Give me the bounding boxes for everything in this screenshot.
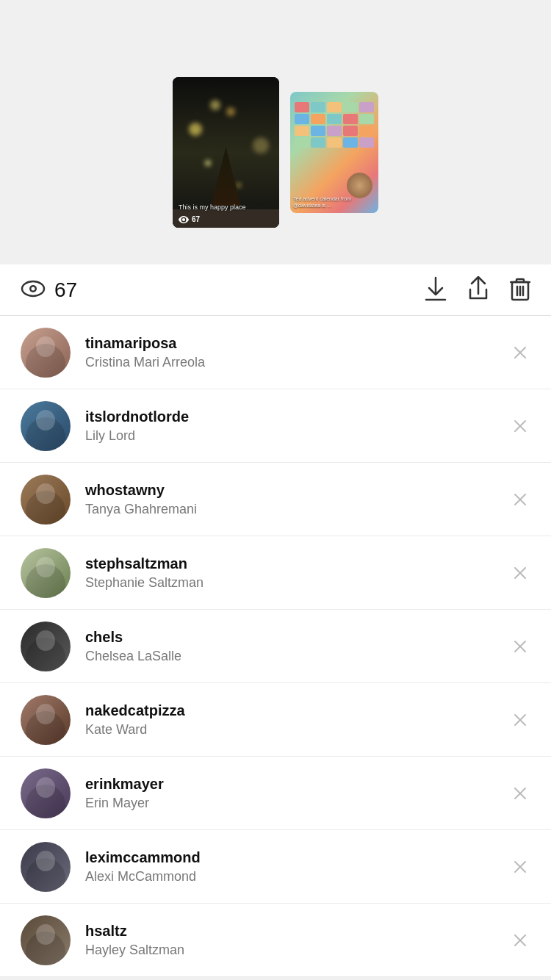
- display-name: Chelsea LaSalle: [85, 649, 510, 664]
- user-info: leximccammond Alexi McCammond: [85, 849, 510, 884]
- username: itslordnotlorde: [85, 408, 510, 425]
- remove-button[interactable]: [510, 489, 530, 510]
- username: whostawny: [85, 482, 510, 499]
- list-item: chels Chelsea LaSalle: [0, 610, 551, 683]
- download-icon[interactable]: [425, 276, 447, 304]
- remove-button[interactable]: [510, 416, 530, 436]
- remove-button[interactable]: [510, 710, 530, 730]
- display-name: Kate Ward: [85, 722, 510, 738]
- top-bar: [0, 0, 551, 59]
- story-pointer: [0, 242, 551, 264]
- stats-bar: 67: [0, 264, 551, 316]
- avatar: [21, 695, 71, 745]
- avatar: [21, 401, 71, 451]
- username: erinkmayer: [85, 776, 510, 793]
- avatar: [21, 548, 71, 598]
- story-card-secondary: Tea advent calendar from @davidstea is .…: [290, 92, 378, 213]
- display-name: Erin Mayer: [85, 796, 510, 811]
- list-item: tinamariposa Cristina Mari Arreola: [0, 316, 551, 389]
- svg-point-6: [32, 287, 35, 290]
- remove-button[interactable]: [510, 636, 530, 657]
- avatar: [21, 842, 71, 892]
- list-item: whostawny Tanya Ghahremani: [0, 463, 551, 536]
- total-views-count: 67: [54, 278, 77, 302]
- list-item: itslordnotlorde Lily Lord: [0, 389, 551, 463]
- username: leximccammond: [85, 849, 510, 866]
- pointer-triangle: [262, 242, 289, 256]
- story-main-caption: This is my happy place: [173, 199, 279, 215]
- display-name: Cristina Mari Arreola: [85, 355, 510, 370]
- story-views-bar: 67: [173, 215, 279, 228]
- share-icon[interactable]: [467, 276, 489, 304]
- story-card-main: This is my happy place 67: [173, 77, 279, 228]
- list-item: nakedcatpizza Kate Ward: [0, 683, 551, 757]
- avatar: [21, 328, 71, 378]
- user-list: tinamariposa Cristina Mari Arreola itslo…: [0, 316, 551, 977]
- username: hsaltz: [85, 923, 510, 940]
- user-info: erinkmayer Erin Mayer: [85, 776, 510, 811]
- user-info: tinamariposa Cristina Mari Arreola: [85, 335, 510, 370]
- avatar: [21, 475, 71, 525]
- avatar: [21, 621, 71, 671]
- user-info: chels Chelsea LaSalle: [85, 629, 510, 664]
- svg-point-3: [182, 217, 185, 220]
- action-icons: [425, 276, 530, 304]
- user-info: hsaltz Hayley Saltzman: [85, 923, 510, 958]
- story-preview: This is my happy place 67: [0, 59, 551, 242]
- display-name: Hayley Saltzman: [85, 943, 510, 958]
- username: stephsaltzman: [85, 555, 510, 572]
- user-info: stephsaltzman Stephanie Saltzman: [85, 555, 510, 591]
- list-item: stephsaltzman Stephanie Saltzman: [0, 536, 551, 610]
- user-info: whostawny Tanya Ghahremani: [85, 482, 510, 517]
- story-cards: This is my happy place 67: [173, 73, 378, 228]
- avatar: [21, 915, 71, 965]
- story-view-count: 67: [192, 215, 200, 223]
- remove-button[interactable]: [510, 930, 530, 951]
- user-info: nakedcatpizza Kate Ward: [85, 702, 510, 738]
- remove-button[interactable]: [510, 783, 530, 804]
- remove-button[interactable]: [510, 342, 530, 363]
- avatar: [21, 768, 71, 818]
- display-name: Alexi McCammond: [85, 869, 510, 884]
- delete-icon[interactable]: [510, 276, 530, 304]
- username: chels: [85, 629, 510, 646]
- list-item: hsaltz Hayley Saltzman: [0, 904, 551, 977]
- display-name: Stephanie Saltzman: [85, 575, 510, 591]
- display-name: Lily Lord: [85, 428, 510, 444]
- username: tinamariposa: [85, 335, 510, 352]
- remove-button[interactable]: [510, 857, 530, 877]
- display-name: Tanya Ghahremani: [85, 502, 510, 517]
- user-info: itslordnotlorde Lily Lord: [85, 408, 510, 444]
- story-secondary-caption: Tea advent calendar from @davidstea is .…: [293, 196, 375, 209]
- remove-button[interactable]: [510, 563, 530, 583]
- list-item: leximccammond Alexi McCammond: [0, 830, 551, 904]
- username: nakedcatpizza: [85, 702, 510, 719]
- eye-icon: [21, 280, 46, 300]
- list-item: erinkmayer Erin Mayer: [0, 757, 551, 830]
- views-count-section: 67: [21, 278, 77, 302]
